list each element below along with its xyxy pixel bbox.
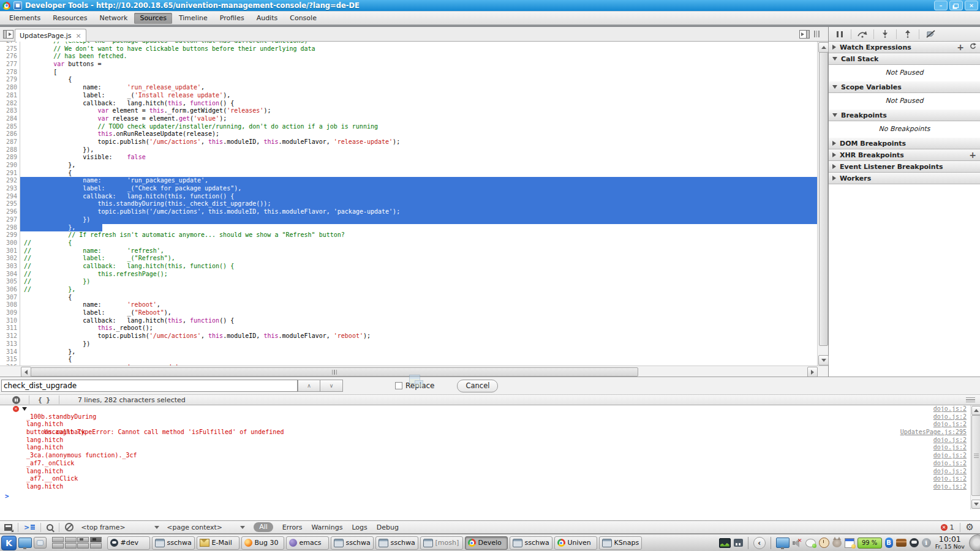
source-link[interactable]: dojo.js:2 [933, 468, 967, 476]
task-button-sschwa[interactable]: sschwa [331, 536, 374, 550]
filter-all[interactable]: All [254, 522, 273, 532]
console-scrollbar[interactable] [970, 405, 980, 509]
minimize-button[interactable]: – [934, 1, 948, 10]
calendar-reminder-icon[interactable] [845, 538, 854, 548]
konversation-tray-icon[interactable] [910, 538, 919, 547]
settings-gear-icon[interactable]: ⚙ [966, 523, 974, 532]
sidebar-section-dom-breakpoints[interactable]: DOM Breakpoints [829, 138, 980, 149]
bluetooth-icon[interactable]: B [885, 538, 893, 548]
tab-elements[interactable]: Elements [4, 13, 46, 24]
sidebar-section-workers[interactable]: Workers [829, 173, 980, 184]
error-count-badge[interactable]: ✕ 1 [941, 523, 954, 531]
scrollbar-thumb[interactable] [971, 415, 980, 496]
console-prompt-icon[interactable]: > [5, 493, 9, 501]
pager-desktop-2[interactable] [65, 537, 77, 542]
klipper-icon[interactable] [34, 537, 47, 549]
tab-console[interactable]: Console [284, 13, 322, 24]
pager-desktop-1[interactable] [52, 537, 64, 542]
tray-collapse-icon[interactable]: ‹ [753, 537, 766, 549]
sidebar-section-call-stack[interactable]: Call Stack [829, 53, 980, 65]
panel-hide-button[interactable] [969, 534, 980, 551]
scrollbar-thumb[interactable] [819, 52, 828, 346]
pager-desktop-5[interactable] [52, 543, 64, 549]
add-icon[interactable]: + [957, 44, 964, 50]
scrollbar-thumb[interactable] [31, 367, 638, 377]
display-settings-icon[interactable] [776, 538, 790, 548]
file-tab-close-icon[interactable]: × [75, 32, 81, 40]
context-select[interactable]: <page context> [167, 523, 245, 531]
scroll-up-button[interactable] [818, 42, 829, 53]
filter-debug[interactable]: Debug [377, 523, 399, 531]
pager-desktop-6[interactable] [65, 543, 77, 549]
tab-audits[interactable]: Audits [251, 13, 284, 24]
sidebar-section-scope-variables[interactable]: Scope Variables [829, 81, 980, 93]
add-icon[interactable]: + [969, 152, 976, 158]
sidebar-section-watch-expressions[interactable]: Watch Expressions+ [829, 42, 980, 53]
filter-warnings[interactable]: Warnings [311, 523, 342, 531]
pager-desktop-3[interactable] [77, 537, 89, 542]
pretty-print-icon[interactable]: { } [38, 396, 50, 404]
scroll-down-button[interactable] [818, 355, 829, 365]
dock-side-button[interactable] [4, 524, 12, 531]
drawer-resize-grip-icon[interactable] [966, 397, 975, 403]
refresh-icon[interactable] [970, 43, 976, 51]
sidebar-section-breakpoints[interactable]: Breakpoints [829, 110, 980, 121]
code-editor[interactable]: 274 // (except the 'package updates' but… [0, 42, 817, 365]
filter-logs[interactable]: Logs [352, 523, 367, 531]
source-link[interactable]: dojo.js:2 [933, 475, 967, 483]
tab-network[interactable]: Network [94, 13, 133, 24]
source-link[interactable]: dojo.js:2 [933, 413, 967, 421]
scroll-right-button[interactable] [807, 367, 818, 377]
deactivate-breakpoints-button[interactable] [919, 27, 941, 41]
filter-errors[interactable]: Errors [282, 523, 303, 531]
task-button-univen[interactable]: Univen [554, 536, 597, 550]
source-link[interactable]: dojo.js:2 [933, 483, 967, 491]
console-toggle-button[interactable]: > [24, 523, 35, 531]
maximize-button[interactable] [949, 1, 963, 10]
file-tab-updatespage[interactable]: UpdatesPage.js × [15, 29, 86, 42]
system-monitor-icon[interactable] [719, 538, 731, 548]
kwallet-icon[interactable] [896, 539, 907, 547]
task-button-emacs[interactable]: emacs [286, 536, 329, 550]
volume-muted-icon[interactable]: ✕ [793, 539, 802, 547]
source-link[interactable]: dojo.js:2 [933, 437, 967, 444]
tab-resources[interactable]: Resources [47, 13, 92, 24]
splitter-grip-icon[interactable] [814, 31, 820, 37]
network-icon[interactable] [734, 539, 743, 547]
taskbar-clock[interactable]: 10:01 Fr, 15 Nov [935, 535, 965, 550]
source-link[interactable]: dojo.js:2 [933, 452, 967, 460]
search-previous-button[interactable]: ∧ [298, 380, 320, 392]
console-drawer[interactable]: ✕ Uncaught TypeError: Cannot call method… [0, 405, 980, 520]
drawer-toggle-icon[interactable] [799, 30, 810, 39]
task-button-bug-30[interactable]: Bug 30 [241, 536, 284, 550]
search-icon[interactable] [47, 524, 53, 531]
sidebar-section-xhr-breakpoints[interactable]: XHR Breakpoints+ [829, 149, 980, 161]
battery-indicator[interactable]: 99 % [858, 538, 882, 549]
navigator-toggle-icon[interactable] [3, 30, 13, 39]
step-out-button[interactable] [897, 27, 919, 41]
search-next-button[interactable]: ∨ [320, 380, 343, 392]
sidebar-section-event-listener-breakpoints[interactable]: Event Listener Breakpoints [829, 161, 980, 173]
pause-script-button[interactable] [829, 27, 851, 41]
tab-profiles[interactable]: Profiles [214, 13, 250, 24]
desktop-pager[interactable] [52, 537, 102, 549]
scroll-down-button[interactable] [971, 500, 980, 509]
task-button-develo[interactable]: Develo [465, 536, 508, 550]
task-button-ksnaps[interactable]: KSnaps [599, 536, 642, 550]
close-button[interactable]: × [965, 1, 978, 10]
task-button-sschwa[interactable]: sschwa [152, 536, 195, 550]
info-icon[interactable]: i [922, 538, 931, 547]
pager-desktop-7[interactable] [77, 543, 89, 549]
show-desktop-icon[interactable] [18, 538, 32, 548]
task-button-sschwa[interactable]: sschwa [375, 536, 418, 550]
tab-timeline[interactable]: Timeline [173, 13, 213, 24]
frame-select[interactable]: <top frame> [81, 523, 159, 531]
step-into-button[interactable] [874, 27, 896, 41]
expand-triangle-icon[interactable] [22, 407, 27, 411]
source-link[interactable]: dojo.js:2 [933, 421, 967, 429]
pager-desktop-4[interactable] [90, 537, 102, 542]
clear-console-icon[interactable] [65, 523, 74, 531]
scroll-up-button[interactable] [971, 406, 980, 415]
task-button-e-mail[interactable]: E-Mail [197, 536, 239, 550]
cat-applet-icon[interactable] [832, 539, 842, 547]
